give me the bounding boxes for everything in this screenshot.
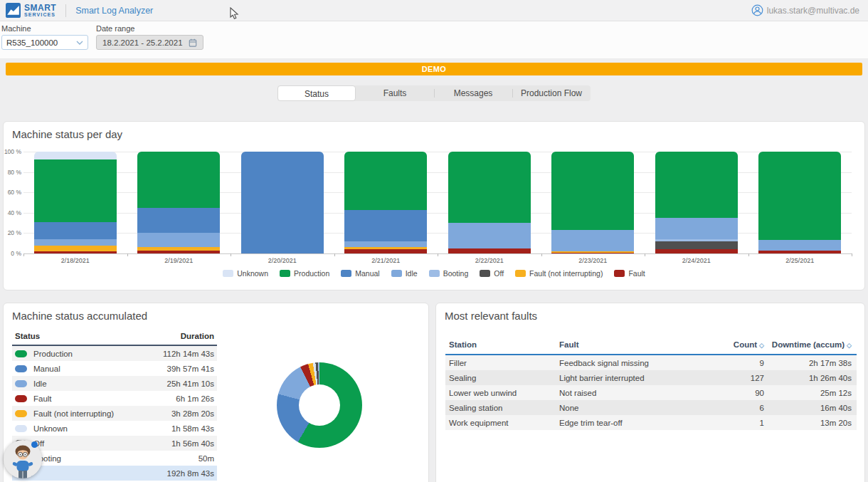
col-station: Station bbox=[445, 340, 559, 349]
x-axis-label: 2/20/2021 bbox=[231, 257, 334, 264]
tab-production-flow[interactable]: Production Flow bbox=[512, 85, 591, 101]
status-row-idle: Idle25h 41m 10s bbox=[12, 376, 217, 391]
faults-table: Station Fault Count◇ Downtime (accum)◇ F… bbox=[445, 337, 857, 430]
demo-banner: DEMO bbox=[6, 63, 862, 75]
status-color-chip bbox=[15, 365, 27, 372]
fault-station: Filler bbox=[445, 359, 559, 367]
y-axis-label: 80 % bbox=[4, 169, 21, 176]
date-range-input[interactable]: 18.2.2021 - 25.2.2021 bbox=[96, 35, 203, 50]
app-title: Smart Log Analyzer bbox=[75, 6, 153, 16]
user-email: lukas.stark@multivac.de bbox=[767, 6, 859, 16]
legend-item-idle[interactable]: Idle bbox=[391, 269, 418, 278]
status-color-chip bbox=[15, 380, 27, 387]
legend-item-unknown[interactable]: Unknown bbox=[223, 269, 268, 278]
bar-segment-production bbox=[34, 159, 117, 221]
y-axis-label: 60 % bbox=[4, 189, 21, 196]
fault-description: Edge trim tear-off bbox=[559, 419, 725, 427]
y-axis-label: 40 % bbox=[4, 209, 21, 216]
bar-segment-manual bbox=[137, 208, 220, 234]
axis-tick bbox=[645, 253, 645, 256]
sort-icon[interactable]: ◇ bbox=[847, 342, 852, 349]
fault-count: 6 bbox=[725, 404, 764, 412]
legend-label: Production bbox=[294, 269, 329, 278]
fault-row: FillerFeedback signal missing92h 17m 38s bbox=[445, 355, 857, 370]
status-cell: Manual bbox=[15, 365, 60, 373]
axis-tick bbox=[438, 253, 438, 256]
bar-segment-fault-not-interrupting- bbox=[344, 247, 427, 249]
tab-status[interactable]: Status bbox=[277, 85, 356, 101]
legend-label: Unknown bbox=[237, 269, 268, 278]
logo-line1: SMART bbox=[24, 4, 56, 12]
sort-icon[interactable]: ◇ bbox=[759, 342, 764, 349]
status-color-chip bbox=[15, 395, 27, 402]
legend-item-off[interactable]: Off bbox=[480, 269, 504, 278]
axis-tick bbox=[334, 253, 335, 256]
fault-station: Sealing station bbox=[445, 404, 559, 412]
legend-item-production[interactable]: Production bbox=[280, 269, 329, 278]
legend-item-manual[interactable]: Manual bbox=[341, 269, 379, 278]
axis-tick bbox=[127, 253, 128, 256]
status-row-off: Off1h 56m 40s bbox=[12, 436, 217, 451]
bar-segment-production bbox=[137, 152, 220, 208]
bar-segment-fault bbox=[758, 251, 841, 253]
faults-title: Most relevant faults bbox=[445, 310, 537, 322]
top-header: SMART SERVICES Smart Log Analyzer lukas.… bbox=[0, 0, 868, 21]
most-relevant-faults-card: Most relevant faults Station Fault Count… bbox=[435, 303, 865, 482]
axis-tick bbox=[748, 253, 749, 256]
col-downtime-sortable[interactable]: Downtime (accum)◇ bbox=[764, 340, 857, 349]
legend-color-chip bbox=[515, 270, 526, 277]
tabs-row: StatusFaultsMessagesProduction Flow bbox=[0, 85, 868, 101]
fault-description: Light barrier interrupted bbox=[559, 374, 725, 382]
assistant-notification-dot bbox=[31, 441, 38, 448]
fault-row: Lower web unwindNot raised9025m 12s bbox=[445, 385, 857, 400]
chart-title: Machine status per day bbox=[12, 128, 122, 140]
fault-count: 90 bbox=[725, 389, 764, 397]
bar-segment-fault-not-interrupting- bbox=[551, 251, 634, 252]
status-cell: Production bbox=[15, 350, 73, 358]
status-row-fault: Fault6h 1m 26s bbox=[12, 391, 217, 406]
bar-segment-manual bbox=[34, 222, 117, 239]
x-axis-label: 2/18/2021 bbox=[23, 257, 127, 264]
tab-messages[interactable]: Messages bbox=[434, 85, 512, 101]
y-axis-label: 100 % bbox=[4, 148, 21, 155]
legend-item-fault[interactable]: Fault bbox=[614, 269, 645, 278]
col-count-sortable[interactable]: Count◇ bbox=[725, 340, 764, 349]
fault-row: Work equipmentEdge trim tear-off113m 20s bbox=[445, 415, 857, 430]
legend-item-booting[interactable]: Booting bbox=[429, 269, 469, 278]
status-row-production: Production112h 14m 43s bbox=[12, 346, 217, 361]
brand-logo[interactable]: SMART SERVICES bbox=[6, 3, 56, 18]
status-color-chip bbox=[15, 410, 27, 417]
machine-select-value: R535_100000 bbox=[6, 38, 58, 47]
fault-row: SealingLight barrier interrupted1271h 26… bbox=[445, 370, 857, 385]
legend-item-fault-not-interrupting-[interactable]: Fault (not interrupting) bbox=[515, 269, 603, 278]
status-duration: 112h 14m 43s bbox=[163, 350, 214, 358]
user-account[interactable]: lukas.stark@multivac.de bbox=[751, 4, 859, 16]
status-donut-chart bbox=[277, 362, 362, 448]
status-duration: 50m bbox=[199, 454, 214, 463]
status-cell: Unknown bbox=[15, 424, 68, 433]
x-axis-label: 2/21/2021 bbox=[334, 257, 438, 264]
status-duration: 6h 1m 26s bbox=[176, 394, 214, 403]
status-row-manual: Manual39h 57m 41s bbox=[12, 361, 217, 376]
date-range-label: Date range bbox=[96, 24, 203, 33]
machine-select[interactable]: R535_100000 bbox=[1, 35, 88, 50]
fault-count: 127 bbox=[725, 374, 764, 382]
calendar-icon bbox=[189, 38, 197, 47]
bar-segment-fault-not-interrupting- bbox=[137, 247, 220, 250]
bar-segment-fault bbox=[551, 253, 634, 253]
x-axis-label: 2/25/2021 bbox=[748, 257, 852, 264]
legend-label: Manual bbox=[355, 269, 379, 278]
x-axis-label: 2/22/2021 bbox=[438, 257, 541, 264]
bar-segment-production bbox=[655, 152, 738, 218]
tab-faults[interactable]: Faults bbox=[356, 85, 434, 101]
faults-table-header: Station Fault Count◇ Downtime (accum)◇ bbox=[445, 337, 857, 355]
x-axis-label: 2/23/2021 bbox=[541, 257, 645, 264]
status-name: Manual bbox=[33, 365, 60, 373]
status-row-booting: Booting50m bbox=[12, 451, 217, 466]
bar-segment-idle bbox=[137, 233, 220, 247]
legend-color-chip bbox=[480, 270, 490, 277]
bar-segment-unknown bbox=[34, 152, 117, 159]
fault-count: 9 bbox=[725, 359, 764, 367]
bar-segment-fault bbox=[34, 251, 117, 253]
status-name: Fault bbox=[33, 394, 52, 403]
